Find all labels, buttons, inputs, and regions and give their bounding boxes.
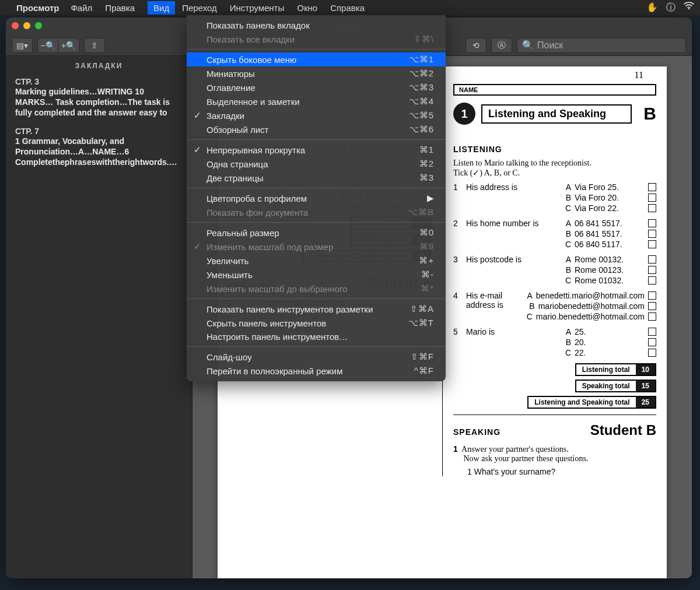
window-close-button[interactable] [12,22,19,29]
menu-item[interactable]: Цветопроба с профилем▶ [187,191,446,205]
menu-tools[interactable]: Инструменты [230,3,285,13]
menu-item: ✓Изменить масштаб под размер⌘9 [187,240,446,254]
markup-button[interactable]: Ⓐ [491,38,512,53]
bookmark-item[interactable]: СТР. 7 1 Grammar, Vocabulary, and Pronun… [6,124,192,174]
menu-item[interactable]: ✓Непрерывная прокрутка⌘1 [187,143,446,157]
menu-item[interactable]: Настроить панель инструментов… [187,330,446,343]
zoom-in-button[interactable]: +🔍 [58,38,79,53]
menu-item[interactable]: Выделенное и заметки⌥⌘4 [187,94,446,108]
menu-item[interactable]: Обзорный лист⌥⌘6 [187,122,446,136]
menu-view[interactable]: Вид [148,1,175,15]
menu-item[interactable]: Две страницы⌘3 [187,171,446,185]
rotate-button[interactable]: ⟲ [466,38,487,53]
unit-badge: 1 [453,103,475,125]
window-minimize-button[interactable] [23,22,30,29]
menu-item[interactable]: Увеличить⌘+ [187,254,446,268]
bookmark-page: СТР. 7 [15,127,183,136]
menu-item[interactable]: Реальный размер⌘0 [187,226,446,240]
accessibility-icon[interactable]: ⓘ [666,2,676,14]
menu-item[interactable]: Миниатюры⌥⌘2 [187,66,446,80]
menu-help[interactable]: Справка [330,3,365,13]
search-placeholder: Поиск [537,40,563,51]
menu-item[interactable]: Показать панель вкладок [187,19,446,32]
menu-go[interactable]: Переход [182,3,217,13]
menu-item[interactable]: Оглавление⌥⌘3 [187,80,446,94]
menu-edit[interactable]: Правка [105,3,135,13]
zoom-out-button[interactable]: −🔍 [37,38,58,53]
menu-item: Изменить масштаб до выбранного⌘* [187,282,446,296]
menu-item: Показать фон документа⌥⌘B [187,205,446,219]
menubar: Просмотр Файл Правка Вид Переход Инструм… [0,0,700,15]
share-button[interactable]: ⇪ [84,38,105,53]
bookmark-text: 1 Grammar, Vocabulary, and Pronunciation… [15,136,183,168]
page-number: 11 [443,66,667,84]
bookmark-page: СТР. 3 [15,77,183,86]
sidebar-toggle-button[interactable]: ▤▾ [12,38,33,53]
bookmarks-sidebar: ЗАКЛАДКИ СТР. 3 Marking guidelines…WRITI… [6,56,192,578]
traffic-lights [12,22,42,29]
sidebar-title: ЗАКЛАДКИ [6,56,192,75]
menu-item: Показать все вкладки⇧⌘\ [187,32,446,46]
search-icon: 🔍 [522,40,534,51]
menu-file[interactable]: Файл [71,3,92,13]
menu-window[interactable]: Окно [297,3,317,13]
menu-item[interactable]: Слайд-шоу⇧⌘F [187,350,446,364]
bookmark-text: Marking guidelines…WRITING 10 MARKS… Tas… [15,86,183,118]
section-heading: LISTENING [453,145,656,154]
wifi-icon[interactable] [684,2,694,14]
view-menu-dropdown: Показать панель вкладокПоказать все вкла… [187,15,446,381]
search-input[interactable]: 🔍 Поиск [517,38,686,53]
menu-item[interactable]: Показать панель инструментов разметки⇧⌘A [187,302,446,316]
svg-point-0 [688,8,690,9]
unit-title: Listening and Speaking [481,104,632,124]
variant-letter: B [643,104,656,124]
menu-item[interactable]: ✓Закладки⌥⌘5 [187,108,446,122]
menu-item[interactable]: Одна страница⌘2 [187,157,446,171]
menu-item[interactable]: Уменьшить⌘- [187,268,446,282]
menu-item[interactable]: Перейти в полноэкранный режим^⌘F [187,364,446,378]
app-name[interactable]: Просмотр [16,3,59,13]
hand-icon[interactable]: ✋ [646,2,658,14]
bookmark-item[interactable]: СТР. 3 Marking guidelines…WRITING 10 MAR… [6,75,192,124]
name-label: NAME [453,84,656,96]
menu-item[interactable]: Скрыть боковое меню⌥⌘1 [187,52,446,66]
window-zoom-button[interactable] [35,22,42,29]
menu-item[interactable]: Скрыть панель инструментов⌥⌘T [187,316,446,330]
